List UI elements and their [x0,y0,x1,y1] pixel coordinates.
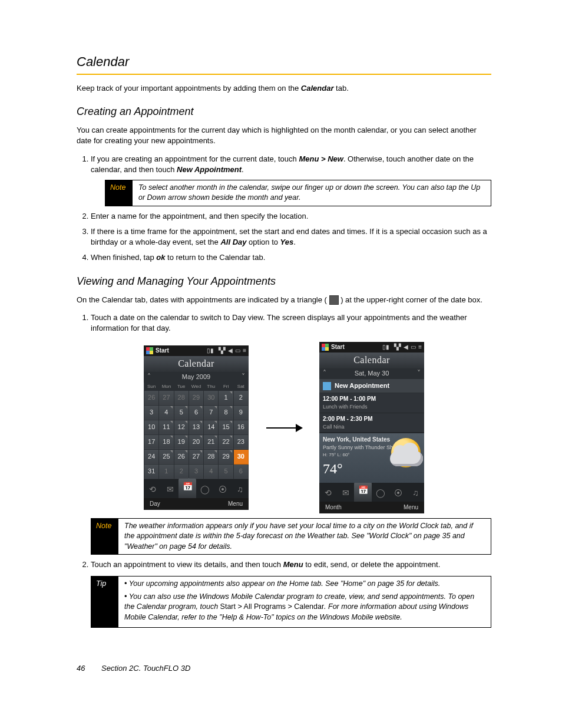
calendar-day-cell[interactable]: 5 [174,405,189,420]
calendar-day-cell[interactable]: 28 [204,449,219,464]
toolbar-tab[interactable]: ◯ [372,487,389,502]
calendar-day-cell[interactable]: 17 [144,434,159,449]
calendar-day-cell[interactable]: 3 [189,464,203,479]
view-step-1: Touch a date on the calendar to switch t… [91,312,491,334]
calendar-day-cell[interactable]: 20 [189,434,203,449]
calendar-day-cell[interactable]: 15 [219,420,233,434]
new-appointment-term: New Appointment [177,165,242,174]
calendar-day-cell[interactable]: 18 [159,434,174,449]
status-bar: Start ▯▮ ▝▞ ◀ ▭ ≡ [319,342,424,353]
toolbar-tab[interactable]: ◯ [196,484,214,498]
appointment-item[interactable]: 12:00 PM - 1:00 PMLunch with Friends [319,393,424,413]
toolbar-tab[interactable]: ⟲ [144,484,161,498]
softkey-month[interactable]: Month [325,503,342,512]
new-appointment-button[interactable]: New Appointment [319,379,424,393]
calendar-day-cell[interactable]: 9 [233,405,248,420]
start-label[interactable]: Start [331,343,345,351]
calendar-day-cell[interactable]: 26 [144,390,159,405]
toolbar-tab[interactable]: ✉ [337,487,355,502]
calendar-day-cell[interactable]: 23 [233,434,248,449]
calendar-day-cell[interactable]: 6 [233,464,248,479]
calendar-day-cell[interactable]: 28 [174,390,189,405]
toolbar-tab[interactable]: ⟲ [319,487,337,502]
calendar-day-cell[interactable]: 8 [219,405,233,420]
toolbar-tab[interactable]: ♫ [406,487,424,502]
calendar-day-cell[interactable]: 7 [204,405,219,420]
toolbar-tab[interactable]: ✉ [161,484,179,498]
calendar-day-cell[interactable]: 10 [144,420,159,434]
chevron-down-icon[interactable]: ˅ [242,372,245,382]
calendar-day-cell[interactable]: 12 [174,420,189,434]
calendar-day-cell[interactable]: 27 [159,390,174,405]
toolbar-tab[interactable]: ⦿ [214,484,232,498]
softkey-day[interactable]: Day [150,500,160,508]
calendar-day-cell[interactable]: 14 [204,420,219,434]
cloud-icon [390,451,423,466]
weekday-header: Tue [174,383,189,391]
text: Touch an appointment to view its details… [91,560,283,569]
calendar-day-cell[interactable]: 3 [144,405,159,420]
calendar-day-cell[interactable]: 24 [144,449,159,464]
month-view-device: Start ▯▮ ▝▞ ◀ ▭ ≡ Calendar ˄ May 2009 ˅ … [144,345,249,510]
calendar-day-cell[interactable]: 11 [159,420,174,434]
text: ) at the upper-right corner of the date … [340,295,482,304]
text: When finished, tap [91,253,156,262]
antenna-icon: ▝▞ [216,347,226,355]
start-label[interactable]: Start [156,347,169,355]
chevron-down-icon[interactable]: ˅ [417,368,421,378]
calendar-day-cell[interactable]: 1 [219,390,233,405]
appointment-item[interactable]: 2:00 PM - 2:30 PMCall Nina [319,413,424,433]
text: If you are creating an appointment for t… [91,154,299,163]
toolbar-tab[interactable]: ♫ [231,484,249,498]
speaker-icon: ◀ [228,347,233,355]
weekday-header: Wed [189,383,203,391]
toolbar-tab[interactable]: 📅 [354,482,372,502]
month-calendar-grid[interactable]: SunMonTueWedThuFriSat 262728293012345678… [144,383,249,479]
appointment-title: Call Nina [323,423,421,431]
calendar-day-cell[interactable]: 16 [233,420,248,434]
calendar-day-cell[interactable]: 22 [219,434,233,449]
calendar-day-cell[interactable]: 4 [159,405,174,420]
chevron-up-icon[interactable]: ˄ [323,368,326,378]
calendar-day-cell[interactable]: 29 [219,449,233,464]
status-icons: ▯▮ ▝▞ ◀ ▭ ≡ [207,347,246,355]
calendar-term: Calendar [301,84,334,93]
softkey-menu[interactable]: Menu [228,500,243,508]
calendar-day-cell[interactable]: 2 [174,464,189,479]
status-bar: Start ▯▮ ▝▞ ◀ ▭ ≡ [144,345,249,356]
app-title: Calendar [144,356,249,371]
chevron-up-icon[interactable]: ˄ [147,372,151,382]
app-toolbar: ⟲✉📅◯⦿♫ [144,479,249,498]
note-label: Note [105,180,133,206]
calendar-day-cell[interactable]: 2 [233,390,248,405]
calendar-day-cell[interactable]: 31 [144,464,159,479]
month-selector-row: ˄ May 2009 ˅ [144,372,249,383]
toolbar-tab[interactable]: 📅 [178,478,196,498]
appointments-list: 12:00 PM - 1:00 PMLunch with Friends2:00… [319,393,424,433]
weekday-header: Mon [159,383,174,391]
intro-paragraph: Keep track of your important appointment… [77,83,491,94]
calendar-day-cell[interactable]: 21 [204,434,219,449]
calendar-day-cell[interactable]: 4 [204,464,219,479]
calendar-day-cell[interactable]: 29 [189,390,203,405]
text: tab. [333,84,348,93]
calendar-day-cell[interactable]: 13 [189,420,203,434]
calendar-day-cell[interactable]: 19 [174,434,189,449]
more-icon: ≡ [418,343,422,351]
text: to return to the Calendar tab. [165,253,265,262]
signal-icon: ▯▮ [382,343,389,351]
calendar-day-cell[interactable]: 5 [219,464,233,479]
calendar-day-cell[interactable]: 1 [159,464,174,479]
calendar-day-cell[interactable]: 25 [159,449,174,464]
day-date-label: Sat, May 30 [355,369,389,378]
toolbar-tab[interactable]: ⦿ [389,487,407,502]
step-4: When finished, tap ok to return to the C… [91,252,491,263]
heading-rule [77,74,491,75]
softkey-menu[interactable]: Menu [404,503,418,512]
calendar-day-cell[interactable]: 30 [204,390,219,405]
calendar-day-cell[interactable]: 26 [174,449,189,464]
calendar-day-cell[interactable]: 30 [233,449,248,464]
calendar-day-cell[interactable]: 6 [189,405,203,420]
calendar-day-cell[interactable]: 27 [189,449,203,464]
app-toolbar: ⟲✉📅◯⦿♫ [319,483,424,502]
